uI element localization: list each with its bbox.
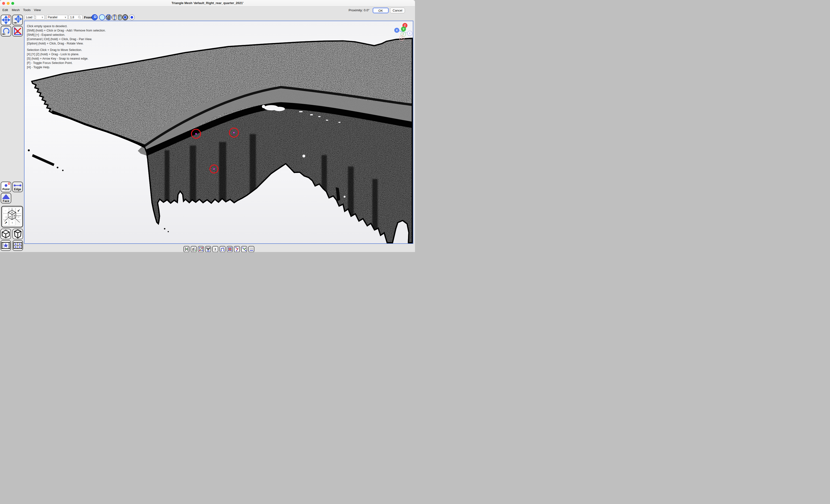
gizmo-y-label: Y (403, 28, 405, 31)
stripes-environment-view-button[interactable] (105, 14, 112, 21)
gizmo-x-label: X (396, 29, 398, 32)
help-line: [Shift] [+] - Expand selection. (27, 33, 106, 37)
point-mode-button[interactable]: Point (1, 182, 11, 192)
flat-light-view-button[interactable] (99, 14, 105, 21)
gizmo-neg-x-label: X (409, 32, 411, 35)
nav-arrow-right-button[interactable]: → (3, 214, 9, 220)
help-line: [Shift] (hold) + Click or Drag - Add / R… (27, 28, 106, 33)
nav-arrow-left2-button[interactable]: ← (15, 214, 22, 220)
menu-tools[interactable]: Tools (23, 8, 31, 12)
nav-arrow-up-right-button[interactable]: ↗ (3, 220, 9, 226)
face-icon (2, 194, 10, 199)
left-sidebar: Point Edge Face ← ↓ ↙ → ← ↗ ↑ (0, 14, 24, 252)
mesh-viewport[interactable]: X Y Z Z Y X Click empty (24, 21, 413, 244)
ok-button[interactable]: OK (373, 8, 389, 13)
zoom-factor-field[interactable]: 1.8 (69, 15, 83, 20)
view-orientation-label: Front (84, 15, 92, 19)
delete-triangle-icon (13, 27, 22, 36)
face-mode-button[interactable]: Face (1, 193, 11, 203)
weld-tool-button[interactable] (248, 246, 254, 252)
selection-point-dot[interactable] (213, 168, 215, 169)
stripes-environment-view-icon (105, 14, 112, 21)
move-selection-tool-button[interactable] (1, 14, 11, 25)
quad-split-icon (199, 247, 203, 252)
rotate-view-tool-button[interactable] (1, 26, 11, 36)
checker-diamond-view-button[interactable] (122, 14, 128, 21)
help-line: [Option] (hold) + Click, Drag - Rotate V… (27, 41, 106, 45)
help-overlay: Click empty space to deselect. [Shift] (… (27, 24, 106, 69)
center-dot-view-button[interactable] (129, 14, 135, 21)
selection-point-dot[interactable] (233, 132, 235, 133)
help-line: [S] (hold) + Arrow Key - Snap to nearest… (27, 57, 106, 61)
pan-view-icon (13, 15, 22, 25)
checker-diamond-view-icon (122, 14, 128, 21)
cube-rotated-view-button[interactable] (12, 229, 23, 239)
rotate-view-icon (1, 27, 10, 36)
magnifier-icon (78, 15, 81, 19)
gizmo-neg-z-label: Z (401, 37, 403, 40)
active-tool-badge (8, 15, 10, 18)
load-label: Load (26, 15, 32, 19)
gizmo-z-label: Z (404, 24, 406, 27)
edge-mode-label: Edge (14, 188, 21, 191)
gizmo-neg-y-label: Y (402, 33, 404, 36)
svg-text:A: A (192, 247, 194, 251)
cancel-button[interactable]: Cancel (390, 8, 405, 13)
quad-star-view-button[interactable] (12, 240, 23, 251)
flat-light-view-icon (99, 14, 105, 21)
flip-edge-icon (235, 247, 240, 252)
projection-value: Parallel (48, 15, 57, 19)
menu-edit[interactable]: Edit (2, 8, 8, 12)
quad-split-tool-button[interactable] (198, 246, 204, 252)
title-bar: Triangle Mesh 'default_Right_rear_quarte… (0, 0, 415, 6)
curvature-icon (206, 247, 211, 252)
annotate-tool-button[interactable]: A (191, 246, 197, 252)
svg-text:✂: ✂ (213, 248, 217, 251)
nav-arrow-down-button[interactable]: ↓ (9, 207, 15, 213)
help-line: [H] - Toggle Help. (27, 65, 106, 69)
single-star-view-icon (1, 242, 10, 249)
menu-mesh[interactable]: Mesh (12, 8, 20, 12)
eye-icon (2, 33, 5, 35)
view-navigation-panel: ← ↓ ↙ → ← ↗ ↑ (1, 206, 23, 227)
menu-bar: Edit Mesh Tools View Proximity: 0.0" OK … (0, 7, 415, 14)
projection-dropdown[interactable]: Parallel ∨ (46, 15, 68, 20)
delete-face-tool-button[interactable] (227, 246, 233, 252)
cylinder-view-icon (118, 14, 122, 21)
chevron-down-icon: ∨ (65, 16, 66, 19)
edge-mode-button[interactable]: Edge (12, 182, 23, 192)
add-point-icon (242, 247, 247, 252)
point-mode-label: Point (2, 188, 10, 191)
add-point-tool-button[interactable] (241, 246, 247, 252)
cylinder-axis-view-icon (112, 14, 117, 21)
curvature-tool-button[interactable] (205, 246, 211, 252)
help-line: [Command | Ctrl] (hold) + Click, Drag - … (27, 37, 106, 41)
nav-arrow-down-left-button[interactable]: ↙ (15, 207, 22, 213)
help-line: Click empty space to deselect. (27, 24, 106, 28)
delete-faces-tool-button[interactable] (12, 26, 23, 36)
active-mode-badge (8, 183, 10, 185)
nav-arrow-left-button[interactable]: ← (3, 207, 9, 213)
nav-arrow-up-button[interactable]: ↑ (9, 220, 15, 226)
load-dropdown[interactable]: Load ∨ (25, 15, 45, 20)
help-line: [F] - Toggle Focus Selection Point. (27, 61, 106, 65)
edge-icon (13, 183, 22, 188)
scissors-icon: ✂ (213, 247, 218, 252)
menu-view[interactable]: View (34, 8, 41, 12)
annotate-icon: A (191, 247, 196, 252)
delete-face-icon (227, 247, 232, 252)
selection-point-dot[interactable] (195, 133, 197, 134)
collapse-tool-button[interactable] (184, 246, 190, 252)
app-window: Triangle Mesh 'default_Right_rear_quarte… (0, 0, 415, 252)
point-icon (4, 183, 8, 188)
cube-corner-view-button[interactable] (0, 229, 11, 239)
solid-shaded-view-button[interactable] (92, 14, 98, 21)
pan-view-tool-button[interactable] (12, 14, 23, 25)
top-toolbar: Load ∨ Parallel ∨ 1.8 Front (24, 14, 415, 21)
cut-tool-button[interactable]: ✂ (212, 246, 218, 252)
spline-tool-button[interactable] (220, 246, 225, 252)
window-title: Triangle Mesh 'default_Right_rear_quarte… (0, 1, 415, 5)
flip-edge-tool-button[interactable] (234, 246, 240, 252)
help-line: Selection Click + Drag to Move Selection… (27, 48, 106, 52)
single-star-view-button[interactable] (0, 240, 11, 251)
